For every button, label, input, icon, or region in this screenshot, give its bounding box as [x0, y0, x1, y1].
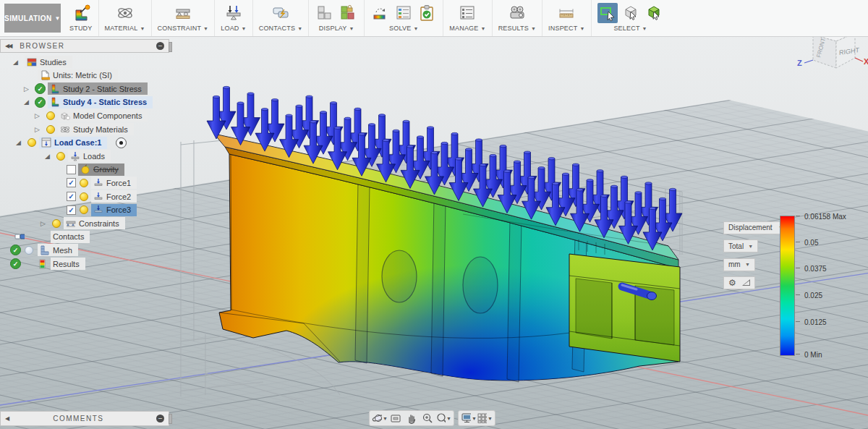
collapse-panel-icon[interactable]: ◀ [5, 415, 8, 422]
zoom-button[interactable] [420, 412, 435, 425]
look-at-button[interactable] [388, 412, 404, 425]
axis-x-label: X [864, 57, 868, 66]
visibility-bulb-icon[interactable] [80, 179, 88, 187]
tree-item-force3[interactable]: ✓ Force3 [0, 204, 217, 216]
tree-item-loads[interactable]: ◢ Loads [0, 150, 217, 162]
loads-icon [70, 151, 80, 161]
expand-arrow-icon[interactable]: ◢ [45, 150, 50, 162]
new-study-icon[interactable] [71, 3, 91, 23]
grid-layout-button[interactable]: ▼ [477, 412, 493, 425]
panel-options-icon[interactable]: – [156, 415, 164, 422]
end-cap[interactable] [569, 254, 680, 362]
load-case-icon [41, 137, 51, 148]
tree-item-units[interactable]: Units: Metric (SI) [0, 69, 217, 82]
manage-icon[interactable] [457, 3, 477, 23]
expand-arrow-icon[interactable]: ◢ [13, 56, 18, 68]
tree-item-force1[interactable]: ✓ Force1 [0, 177, 217, 189]
select-menu[interactable]: SELECT▼ [613, 25, 647, 32]
tree-item-contacts[interactable]: Contacts [0, 231, 217, 243]
tree-item-constraints[interactable]: ▷ Constraints [0, 217, 217, 229]
load-icon[interactable] [224, 3, 244, 23]
visibility-bulb-icon[interactable] [46, 111, 55, 120]
tree-label: Load Case:1 [54, 138, 101, 147]
visibility-bulb-icon[interactable] [46, 125, 55, 134]
material-icon[interactable] [115, 3, 135, 23]
legend-tick-label: 0.0375 [804, 265, 827, 273]
constraints-icon [66, 218, 76, 229]
gear-icon: ⚙ [728, 278, 736, 288]
component-dropdown[interactable]: Total▼ [723, 239, 758, 252]
expand-arrow-icon[interactable]: ◢ [16, 137, 21, 149]
toolbar-group-constraint: CONSTRAINT▼ [152, 0, 216, 36]
display-settings-button[interactable]: ▼ [461, 412, 477, 425]
tree-item-force2[interactable]: ✓ Force2 [0, 190, 217, 203]
panel-options-icon[interactable]: – [156, 42, 164, 50]
visibility-bulb-icon[interactable] [25, 246, 33, 255]
panel-grip[interactable] [169, 414, 172, 424]
force-checkbox[interactable]: ✓ [67, 192, 76, 201]
expand-arrow-icon[interactable]: ▷ [24, 82, 29, 95]
toolbar-group-load: LOAD▼ [215, 0, 252, 36]
tree-item-study2[interactable]: ▷ ✓ Study 2 - Static Stress [0, 82, 217, 95]
pan-button[interactable] [404, 412, 420, 425]
solve-details-icon[interactable] [393, 3, 414, 23]
tree-item-load-case[interactable]: ◢ Load Case:1 [0, 137, 217, 149]
manage-menu[interactable]: MANAGE▼ [449, 25, 485, 32]
orbit-button[interactable]: ▼ [372, 412, 388, 425]
visibility-bulb-icon[interactable] [80, 205, 88, 214]
results-menu[interactable]: RESULTS▼ [498, 25, 536, 32]
display-menu[interactable]: DISPLAY▼ [319, 25, 354, 32]
zoom-window-button[interactable]: ▼ [435, 412, 451, 425]
display-blocks-icon[interactable] [315, 3, 335, 23]
constraint-icon[interactable] [173, 3, 193, 23]
inspect-menu[interactable]: INSPECT▼ [548, 25, 585, 32]
tree-item-model-components[interactable]: ▷ Model Components [0, 109, 217, 122]
visibility-bulb-icon[interactable] [52, 219, 61, 228]
browser-panel-header[interactable]: ◀◀ BROWSER – [0, 39, 169, 53]
unit-dropdown[interactable]: mm▼ [723, 258, 755, 271]
expand-arrow-icon[interactable]: ▷ [41, 217, 46, 229]
study-menu[interactable]: STUDY [69, 25, 93, 32]
tree-item-mesh[interactable]: ✓ Mesh [0, 244, 217, 256]
visibility-bulb-icon[interactable] [27, 138, 36, 147]
display-locked-blocks-icon[interactable] [338, 3, 358, 23]
contacts-icon[interactable] [271, 3, 291, 23]
chevron-down-icon: ▼ [140, 26, 145, 31]
tree-item-results[interactable]: ✓ Results [0, 258, 217, 270]
solved-check-icon: ✓ [35, 97, 46, 108]
force-checkbox[interactable]: ✓ [67, 178, 76, 187]
force-checkbox[interactable]: ✓ [67, 205, 76, 215]
expand-arrow-icon[interactable]: ▷ [35, 109, 40, 122]
visibility-bulb-icon[interactable] [56, 152, 65, 161]
tree-item-studies[interactable]: ◢ Studies [0, 56, 217, 68]
select-body-icon[interactable] [644, 3, 664, 23]
results-icon[interactable] [507, 3, 527, 23]
panel-grip[interactable] [169, 42, 172, 52]
visibility-bulb-icon[interactable] [80, 192, 88, 201]
expand-arrow-icon[interactable]: ▷ [35, 123, 40, 135]
legend-settings-button[interactable]: ⚙ [723, 276, 755, 289]
tree-item-study4[interactable]: ◢ ✓ Study 4 - Static Stress [0, 96, 217, 109]
solve-menu[interactable]: SOLVE▼ [389, 25, 419, 32]
solve-icon[interactable] [370, 3, 391, 23]
inspect-icon[interactable] [556, 3, 576, 23]
constraint-menu[interactable]: CONSTRAINT▼ [158, 25, 209, 32]
contacts-menu[interactable]: CONTACTS▼ [259, 25, 303, 32]
collapse-panel-icon[interactable]: ◀◀ [5, 43, 11, 49]
select-solid-icon[interactable] [621, 3, 641, 23]
chevron-down-icon: ▼ [242, 26, 247, 31]
chevron-down-icon: ▼ [531, 26, 536, 31]
expand-arrow-icon[interactable]: ◢ [24, 96, 29, 109]
precheck-icon[interactable] [417, 3, 437, 23]
load-menu[interactable]: LOAD▼ [221, 25, 246, 32]
tree-item-gravity[interactable]: Gravity [0, 163, 217, 176]
select-window-icon[interactable] [597, 3, 618, 23]
workspace-switcher[interactable]: SIMULATION▼ [4, 4, 61, 33]
tree-item-study-materials[interactable]: ▷ Study Materials [0, 123, 217, 135]
legend-tick-label: 0.025 [804, 292, 822, 300]
result-type-dropdown[interactable]: Displacement▼ [723, 221, 788, 234]
active-load-case-radio[interactable] [116, 137, 127, 148]
gravity-checkbox[interactable] [67, 165, 76, 174]
comments-panel-header[interactable]: ◀ COMMENTS – [0, 411, 169, 426]
material-menu[interactable]: MATERIAL▼ [105, 25, 145, 32]
